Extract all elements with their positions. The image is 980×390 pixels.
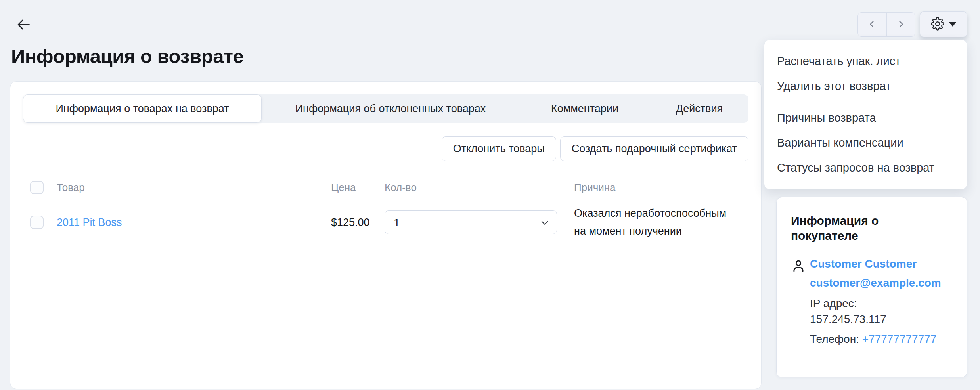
tab-returned-items[interactable]: Информация о товарах на возврат [23, 94, 262, 123]
customer-info-heading: Информация о покупателе [791, 213, 922, 243]
settings-dropdown-menu: Распечатать упак. лист Удалить этот возв… [764, 40, 967, 189]
tab-rejected-items[interactable]: Информация об отклоненных товарах [262, 94, 519, 123]
column-header-product: Товар [57, 182, 331, 194]
previous-record-button[interactable] [858, 13, 886, 36]
back-button[interactable] [16, 16, 35, 34]
create-gift-certificate-button[interactable]: Создать подарочный сертификат [560, 136, 748, 161]
customer-email-link[interactable]: customer@example.com [810, 277, 941, 289]
table-row: 2011 Pit Boss $125.00 1 [23, 200, 748, 245]
select-all-checkbox[interactable] [30, 181, 44, 194]
product-link[interactable]: 2011 Pit Boss [57, 216, 122, 228]
ip-address-value: 157.245.73.117 [810, 312, 953, 327]
phone-label: Телефон: [810, 333, 859, 345]
quantity-select[interactable]: 1 [385, 210, 557, 234]
return-details-page: Информация о возврате [0, 0, 980, 390]
gear-icon [931, 17, 944, 32]
phone-link[interactable]: +77777777777 [862, 333, 937, 345]
menu-item-return-reasons[interactable]: Причины возврата [764, 105, 967, 130]
table-actions: Отклонить товары Создать подарочный серт… [23, 136, 748, 161]
chevron-right-icon [896, 19, 905, 30]
column-header-price: Цена [331, 182, 385, 194]
menu-item-compensation-options[interactable]: Варианты компенсации [764, 130, 967, 155]
menu-divider [771, 102, 960, 102]
return-tabs: Информация о товарах на возврат Информац… [23, 94, 748, 123]
menu-item-print-packing-slip[interactable]: Распечатать упак. лист [764, 49, 967, 74]
table-header-row: Товар Цена Кол-во Причина [23, 175, 748, 200]
person-icon [791, 258, 806, 275]
customer-info-card: Информация о покупателе Customer Custome… [776, 197, 967, 377]
return-card: Информация о товарах на возврат Информац… [10, 81, 762, 389]
reject-items-button[interactable]: Отклонить товары [442, 136, 556, 161]
next-record-button[interactable] [886, 13, 915, 36]
chevron-left-icon [867, 19, 877, 30]
tab-comments[interactable]: Комментарии [519, 94, 650, 123]
page-title: Информация о возврате [11, 45, 243, 67]
row-checkbox[interactable] [30, 216, 44, 229]
ip-address-label: IP адрес: [810, 296, 953, 312]
column-header-reason: Причина [574, 182, 748, 194]
arrow-left-icon [16, 17, 31, 33]
column-header-qty: Кол-во [385, 182, 574, 194]
price-value: $125.00 [331, 216, 385, 229]
returned-items-table: Товар Цена Кол-во Причина 2011 Pit Boss … [23, 175, 748, 245]
customer-name-link[interactable]: Customer Customer [810, 258, 917, 270]
menu-item-return-request-statuses[interactable]: Статусы запросов на возврат [764, 155, 967, 180]
settings-menu-button[interactable] [920, 11, 967, 37]
reason-value: Оказался неработоспособным на момент пол… [574, 205, 737, 240]
caret-down-icon [949, 22, 956, 27]
tab-actions[interactable]: Действия [650, 94, 748, 123]
menu-item-delete-return[interactable]: Удалить этот возврат [764, 74, 967, 99]
record-pagination [858, 12, 915, 37]
